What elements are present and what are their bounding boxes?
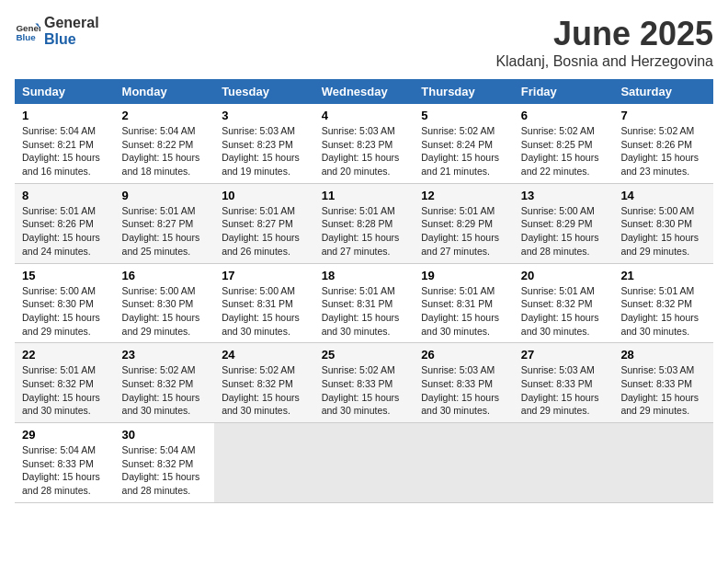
day-number: 11 bbox=[322, 189, 407, 202]
calendar-table: SundayMondayTuesdayWednesdayThursdayFrid… bbox=[15, 79, 713, 503]
day-number: 13 bbox=[521, 189, 607, 202]
calendar-cell: 6Sunrise: 5:02 AMSunset: 8:25 PMDaylight… bbox=[514, 104, 614, 183]
column-header-thursday: Thursday bbox=[414, 79, 514, 104]
calendar-cell: 25Sunrise: 5:02 AMSunset: 8:33 PMDayligh… bbox=[314, 343, 415, 423]
calendar-cell: 26Sunrise: 5:03 AMSunset: 8:33 PMDayligh… bbox=[414, 343, 514, 423]
calendar-cell: 9Sunrise: 5:01 AMSunset: 8:27 PMDaylight… bbox=[115, 183, 215, 263]
column-header-wednesday: Wednesday bbox=[314, 79, 415, 104]
day-info: Sunrise: 5:02 AMSunset: 8:32 PMDaylight:… bbox=[222, 363, 307, 418]
day-info: Sunrise: 5:03 AMSunset: 8:33 PMDaylight:… bbox=[620, 363, 706, 418]
calendar-header-row: SundayMondayTuesdayWednesdayThursdayFrid… bbox=[15, 79, 713, 104]
calendar-cell: 16Sunrise: 5:00 AMSunset: 8:30 PMDayligh… bbox=[115, 263, 215, 343]
day-number: 4 bbox=[322, 109, 407, 122]
day-info: Sunrise: 5:02 AMSunset: 8:33 PMDaylight:… bbox=[322, 363, 407, 418]
day-number: 5 bbox=[421, 109, 506, 122]
calendar-cell: 1Sunrise: 5:04 AMSunset: 8:21 PMDaylight… bbox=[15, 104, 115, 183]
day-number: 26 bbox=[421, 348, 506, 362]
day-info: Sunrise: 5:00 AMSunset: 8:30 PMDaylight:… bbox=[122, 284, 208, 339]
calendar-week-row: 29Sunrise: 5:04 AMSunset: 8:33 PMDayligh… bbox=[15, 423, 713, 503]
day-number: 17 bbox=[222, 269, 307, 282]
day-info: Sunrise: 5:02 AMSunset: 8:24 PMDaylight:… bbox=[421, 124, 506, 178]
day-number: 27 bbox=[521, 348, 607, 362]
column-header-monday: Monday bbox=[115, 79, 215, 104]
day-number: 28 bbox=[620, 348, 706, 362]
calendar-cell bbox=[514, 423, 614, 503]
day-number: 29 bbox=[22, 428, 108, 442]
calendar-cell: 23Sunrise: 5:02 AMSunset: 8:32 PMDayligh… bbox=[115, 343, 215, 423]
day-info: Sunrise: 5:02 AMSunset: 8:25 PMDaylight:… bbox=[521, 124, 607, 178]
day-info: Sunrise: 5:00 AMSunset: 8:31 PMDaylight:… bbox=[222, 284, 307, 339]
day-info: Sunrise: 5:01 AMSunset: 8:31 PMDaylight:… bbox=[421, 284, 506, 339]
day-info: Sunrise: 5:01 AMSunset: 8:26 PMDaylight:… bbox=[22, 204, 108, 259]
calendar-cell bbox=[613, 423, 713, 503]
logo: General Blue General Blue bbox=[15, 15, 99, 47]
calendar-cell: 13Sunrise: 5:00 AMSunset: 8:29 PMDayligh… bbox=[514, 183, 614, 263]
calendar-cell bbox=[314, 423, 415, 503]
day-info: Sunrise: 5:02 AMSunset: 8:32 PMDaylight:… bbox=[122, 363, 208, 418]
calendar-cell: 2Sunrise: 5:04 AMSunset: 8:22 PMDaylight… bbox=[115, 104, 215, 183]
day-number: 19 bbox=[421, 269, 506, 282]
calendar-cell: 14Sunrise: 5:00 AMSunset: 8:30 PMDayligh… bbox=[613, 183, 713, 263]
calendar-cell: 12Sunrise: 5:01 AMSunset: 8:29 PMDayligh… bbox=[414, 183, 514, 263]
calendar-cell: 8Sunrise: 5:01 AMSunset: 8:26 PMDaylight… bbox=[15, 183, 115, 263]
day-info: Sunrise: 5:01 AMSunset: 8:32 PMDaylight:… bbox=[620, 284, 706, 339]
calendar-cell: 10Sunrise: 5:01 AMSunset: 8:27 PMDayligh… bbox=[214, 183, 314, 263]
day-number: 2 bbox=[122, 109, 208, 122]
day-info: Sunrise: 5:04 AMSunset: 8:33 PMDaylight:… bbox=[22, 443, 108, 498]
calendar-cell: 19Sunrise: 5:01 AMSunset: 8:31 PMDayligh… bbox=[414, 263, 514, 343]
day-number: 30 bbox=[122, 428, 208, 442]
column-header-friday: Friday bbox=[514, 79, 614, 104]
day-info: Sunrise: 5:01 AMSunset: 8:28 PMDaylight:… bbox=[322, 204, 407, 259]
day-info: Sunrise: 5:03 AMSunset: 8:33 PMDaylight:… bbox=[521, 363, 607, 418]
day-info: Sunrise: 5:01 AMSunset: 8:27 PMDaylight:… bbox=[122, 204, 208, 259]
day-number: 12 bbox=[421, 189, 506, 202]
day-info: Sunrise: 5:01 AMSunset: 8:31 PMDaylight:… bbox=[322, 284, 407, 339]
logo-general: General bbox=[44, 15, 99, 31]
svg-text:Blue: Blue bbox=[16, 31, 36, 41]
day-info: Sunrise: 5:03 AMSunset: 8:23 PMDaylight:… bbox=[322, 124, 407, 178]
day-info: Sunrise: 5:01 AMSunset: 8:32 PMDaylight:… bbox=[521, 284, 607, 339]
day-info: Sunrise: 5:04 AMSunset: 8:22 PMDaylight:… bbox=[122, 124, 208, 178]
day-info: Sunrise: 5:01 AMSunset: 8:32 PMDaylight:… bbox=[22, 363, 108, 418]
calendar-week-row: 22Sunrise: 5:01 AMSunset: 8:32 PMDayligh… bbox=[15, 343, 713, 423]
calendar-cell: 22Sunrise: 5:01 AMSunset: 8:32 PMDayligh… bbox=[15, 343, 115, 423]
day-number: 1 bbox=[22, 109, 108, 122]
column-header-saturday: Saturday bbox=[613, 79, 713, 104]
day-number: 18 bbox=[322, 269, 407, 282]
main-title: June 2025 bbox=[495, 15, 713, 53]
day-number: 9 bbox=[122, 189, 208, 202]
calendar-cell bbox=[214, 423, 314, 503]
day-number: 22 bbox=[22, 348, 108, 362]
calendar-week-row: 1Sunrise: 5:04 AMSunset: 8:21 PMDaylight… bbox=[15, 104, 713, 183]
day-info: Sunrise: 5:01 AMSunset: 8:27 PMDaylight:… bbox=[222, 204, 307, 259]
day-number: 20 bbox=[521, 269, 607, 282]
day-number: 16 bbox=[122, 269, 208, 282]
calendar-cell: 30Sunrise: 5:04 AMSunset: 8:32 PMDayligh… bbox=[115, 423, 215, 503]
logo-blue: Blue bbox=[44, 31, 99, 48]
day-info: Sunrise: 5:00 AMSunset: 8:30 PMDaylight:… bbox=[620, 204, 706, 259]
subtitle: Kladanj, Bosnia and Herzegovina bbox=[495, 53, 713, 70]
calendar-cell: 5Sunrise: 5:02 AMSunset: 8:24 PMDaylight… bbox=[414, 104, 514, 183]
calendar-cell: 15Sunrise: 5:00 AMSunset: 8:30 PMDayligh… bbox=[15, 263, 115, 343]
day-number: 10 bbox=[222, 189, 307, 202]
day-number: 21 bbox=[620, 269, 706, 282]
day-number: 25 bbox=[322, 348, 407, 362]
day-number: 23 bbox=[122, 348, 208, 362]
calendar-cell: 20Sunrise: 5:01 AMSunset: 8:32 PMDayligh… bbox=[514, 263, 614, 343]
calendar-cell: 27Sunrise: 5:03 AMSunset: 8:33 PMDayligh… bbox=[514, 343, 614, 423]
day-number: 7 bbox=[620, 109, 706, 122]
column-header-tuesday: Tuesday bbox=[214, 79, 314, 104]
day-info: Sunrise: 5:04 AMSunset: 8:32 PMDaylight:… bbox=[122, 443, 208, 498]
calendar-cell: 3Sunrise: 5:03 AMSunset: 8:23 PMDaylight… bbox=[214, 104, 314, 183]
calendar-week-row: 15Sunrise: 5:00 AMSunset: 8:30 PMDayligh… bbox=[15, 263, 713, 343]
logo-icon: General Blue bbox=[15, 18, 40, 44]
calendar-cell: 7Sunrise: 5:02 AMSunset: 8:26 PMDaylight… bbox=[613, 104, 713, 183]
day-info: Sunrise: 5:00 AMSunset: 8:30 PMDaylight:… bbox=[22, 284, 108, 339]
calendar-cell: 21Sunrise: 5:01 AMSunset: 8:32 PMDayligh… bbox=[613, 263, 713, 343]
day-number: 14 bbox=[620, 189, 706, 202]
day-number: 24 bbox=[222, 348, 307, 362]
day-number: 15 bbox=[22, 269, 108, 282]
calendar-cell: 24Sunrise: 5:02 AMSunset: 8:32 PMDayligh… bbox=[214, 343, 314, 423]
column-header-sunday: Sunday bbox=[15, 79, 115, 104]
day-info: Sunrise: 5:04 AMSunset: 8:21 PMDaylight:… bbox=[22, 124, 108, 178]
